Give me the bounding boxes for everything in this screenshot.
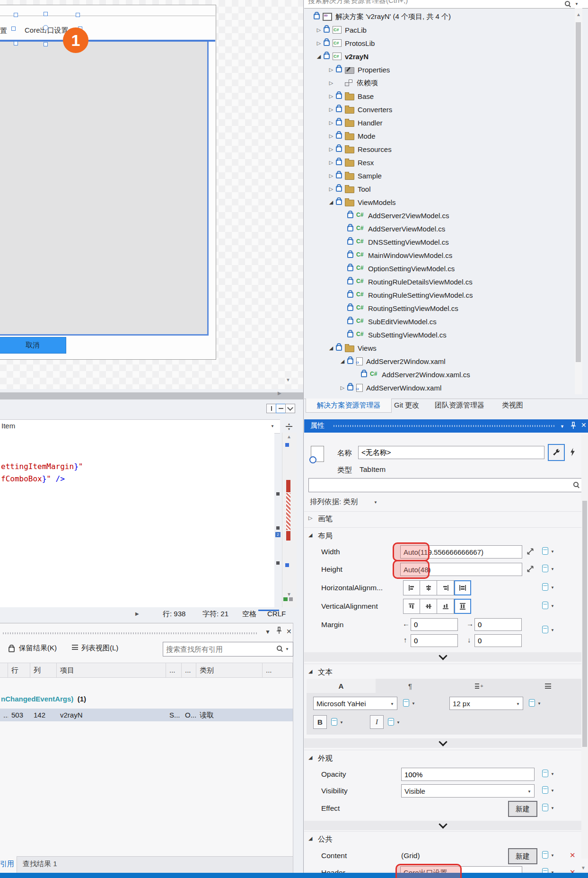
designer-editor-splitter[interactable] bbox=[0, 392, 303, 399]
name-input[interactable] bbox=[361, 449, 541, 457]
property-marker-icon[interactable] bbox=[542, 786, 548, 794]
selection-handle[interactable] bbox=[44, 12, 48, 16]
list-view-button[interactable]: 列表视图(L) bbox=[81, 644, 118, 653]
search-icon[interactable] bbox=[277, 646, 283, 652]
find-results-search-input[interactable] bbox=[163, 642, 272, 656]
designed-tab-partial[interactable]: 置 bbox=[0, 27, 7, 35]
tree-item[interactable]: ▷Converters bbox=[304, 103, 574, 116]
valign-stretch-button[interactable] bbox=[454, 599, 471, 614]
cancel-button[interactable]: 取消 bbox=[0, 337, 66, 354]
tab-solution-explorer[interactable]: 解决方案资源管理器 bbox=[306, 399, 392, 413]
tree-item[interactable]: ▷依赖项 bbox=[304, 76, 574, 89]
chevron-collapsed-icon[interactable]: ▷ bbox=[314, 40, 324, 46]
chevron-collapsed-icon[interactable]: ▷ bbox=[314, 27, 324, 33]
selection-handle[interactable] bbox=[14, 41, 18, 45]
tree-item[interactable]: ▷Tool bbox=[304, 182, 574, 195]
solution-explorer-search[interactable]: 搜索解决方案资源管理器(Ctrl+;) ▼ bbox=[304, 0, 588, 9]
selection-handle[interactable] bbox=[11, 27, 16, 31]
property-marker-icon[interactable] bbox=[542, 804, 548, 811]
tab-git-changes[interactable]: Git 更改 bbox=[394, 399, 419, 412]
results-column-header[interactable]: 行 bbox=[8, 663, 30, 677]
scroll-down-icon[interactable]: ▼ bbox=[287, 592, 291, 597]
visibility-combo[interactable]: Visible ▼ bbox=[401, 784, 535, 798]
hscroll-right-icon[interactable]: ▶ bbox=[135, 611, 139, 616]
tab-team-explorer[interactable]: 团队资源管理器 bbox=[435, 399, 484, 412]
text-tab-font[interactable]: A bbox=[307, 679, 376, 693]
set-size-icon[interactable] bbox=[526, 565, 535, 575]
chevron-collapsed-icon[interactable]: ▷ bbox=[326, 120, 336, 126]
properties-scroll-down-icon[interactable]: ▼ bbox=[581, 865, 586, 870]
marker-dropdown-icon[interactable]: ▼ bbox=[551, 806, 554, 810]
section-common[interactable]: 公共 bbox=[318, 834, 333, 844]
section-layout[interactable]: 布局 bbox=[318, 531, 333, 541]
margin-right-field[interactable] bbox=[474, 618, 522, 631]
search-dropdown-icon[interactable]: ▼ bbox=[575, 2, 579, 6]
properties-search[interactable] bbox=[308, 478, 584, 492]
panel-grip[interactable] bbox=[333, 425, 556, 427]
tree-item[interactable]: ▷PacLib bbox=[304, 23, 574, 36]
content-new-button[interactable]: 新建 bbox=[508, 848, 537, 864]
margin-top-input[interactable] bbox=[414, 637, 455, 645]
tree-item[interactable]: ▷Resources bbox=[304, 142, 574, 156]
marker-dropdown-icon[interactable]: ▼ bbox=[537, 701, 541, 706]
keep-results-lock-icon[interactable] bbox=[9, 647, 15, 652]
keep-results-button[interactable]: 保留结果(K) bbox=[19, 644, 57, 653]
tree-item[interactable]: AddServer2ViewModel.cs bbox=[304, 209, 574, 222]
editor-split-handle[interactable]: ▲ ▼ bbox=[282, 420, 296, 433]
chevron-expanded-icon[interactable]: ◢ bbox=[326, 345, 336, 351]
results-column-header[interactable]: 列 bbox=[30, 663, 57, 677]
designed-tab-content[interactable] bbox=[0, 42, 209, 336]
property-marker-icon[interactable] bbox=[529, 699, 535, 707]
chevron-collapsed-icon[interactable]: ▷ bbox=[326, 106, 336, 113]
designer-scroll-down-icon[interactable]: ▼ bbox=[286, 377, 290, 382]
scroll-up-icon[interactable]: ▲ bbox=[576, 12, 581, 17]
tree-item[interactable]: 解决方案 'v2rayN' (4 个项目, 共 4 个) bbox=[304, 10, 574, 23]
margin-left-field[interactable] bbox=[411, 618, 458, 631]
property-marker-icon[interactable] bbox=[542, 565, 548, 572]
panel-menu-icon[interactable]: ▼ bbox=[265, 629, 271, 635]
marker-dropdown-icon[interactable]: ▼ bbox=[551, 604, 554, 608]
font-size-combo[interactable]: 12 px ▼ bbox=[449, 697, 523, 710]
solution-explorer-scrollbar[interactable]: ▲ bbox=[575, 8, 582, 394]
chevron-expanded-icon[interactable]: ◢ bbox=[308, 668, 312, 674]
property-marker-icon[interactable] bbox=[542, 602, 548, 609]
xaml-designer-surface[interactable]: 置 Core出口设置 1 取消 ▼ bbox=[0, 0, 303, 389]
selection-handle[interactable] bbox=[44, 42, 48, 46]
margin-bottom-input[interactable] bbox=[478, 637, 518, 645]
section-text[interactable]: 文本 bbox=[318, 667, 333, 677]
collapse-pane-button[interactable] bbox=[285, 404, 295, 413]
chevron-collapsed-icon[interactable]: ▷ bbox=[326, 93, 336, 99]
close-icon[interactable]: ✕ bbox=[581, 421, 587, 429]
selection-anchor[interactable] bbox=[43, 25, 48, 30]
search-dropdown-icon[interactable]: ▼ bbox=[285, 647, 289, 651]
chevron-expanded-icon[interactable]: ◢ bbox=[314, 53, 324, 60]
marker-dropdown-icon[interactable]: ▼ bbox=[551, 772, 554, 776]
horizontal-split-button[interactable] bbox=[276, 404, 286, 413]
marker-dropdown-icon[interactable]: ▼ bbox=[551, 789, 554, 793]
marker-dropdown-icon[interactable]: ▼ bbox=[551, 567, 554, 571]
property-marker-icon[interactable] bbox=[403, 699, 409, 707]
text-tab-spacing[interactable]: + bbox=[445, 679, 514, 693]
tree-item[interactable]: ▷Handler bbox=[304, 116, 574, 129]
tree-item[interactable]: SubEditViewModel.cs bbox=[304, 315, 574, 328]
chevron-expanded-icon[interactable]: ◢ bbox=[308, 754, 312, 761]
chevron-expanded-icon[interactable]: ◢ bbox=[326, 199, 336, 205]
tree-item[interactable]: MainWindowViewModel.cs bbox=[304, 248, 574, 262]
expand-more-row[interactable] bbox=[304, 652, 581, 662]
name-field[interactable] bbox=[358, 446, 544, 459]
tree-item[interactable]: ▷Base bbox=[304, 89, 574, 103]
valign-center-button[interactable] bbox=[420, 599, 437, 614]
tree-item[interactable]: ▷Resx bbox=[304, 156, 574, 169]
property-marker-icon[interactable] bbox=[542, 547, 548, 555]
results-column-header[interactable]: 类别 bbox=[196, 663, 263, 677]
text-tab-list[interactable] bbox=[514, 679, 582, 693]
set-size-icon[interactable] bbox=[526, 547, 535, 557]
results-column-header[interactable]: ... bbox=[263, 663, 293, 677]
marker-dropdown-icon[interactable]: ▼ bbox=[340, 720, 343, 725]
opacity-input[interactable] bbox=[404, 771, 531, 779]
effect-new-button[interactable]: 新建 bbox=[508, 801, 537, 817]
marker-dropdown-icon[interactable]: ▼ bbox=[551, 585, 554, 590]
property-marker-icon[interactable] bbox=[542, 583, 548, 591]
dock-divider[interactable] bbox=[303, 0, 304, 873]
breadcrumb-dropdown-icon[interactable]: ▼ bbox=[271, 424, 274, 428]
